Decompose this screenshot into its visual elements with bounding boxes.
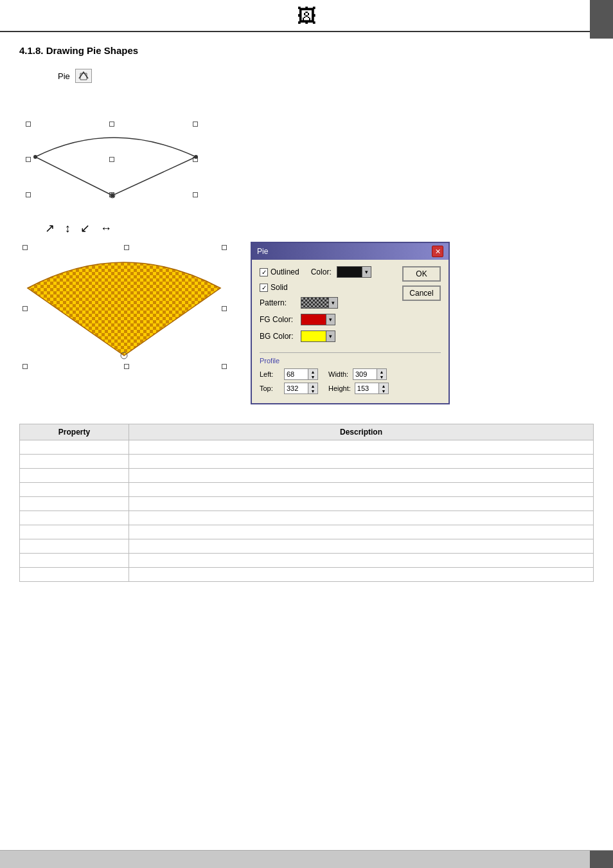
pie-tool-icon[interactable] xyxy=(75,69,92,83)
fg-color-dropdown-arrow[interactable]: ▾ xyxy=(326,314,335,325)
cell-property xyxy=(20,511,129,525)
arrow-nw-se: ↗ xyxy=(45,222,55,235)
svg-point-1 xyxy=(33,155,37,159)
cancel-button[interactable]: Cancel xyxy=(402,285,441,301)
color-label: Color: xyxy=(311,267,332,276)
color-dropdown-arrow[interactable]: ▾ xyxy=(362,266,371,278)
table-row xyxy=(20,497,594,511)
solid-checkbox-label[interactable]: ✓ Solid xyxy=(260,283,288,292)
table-row xyxy=(20,554,594,568)
table-row xyxy=(20,469,594,483)
cell-property xyxy=(20,483,129,497)
footer-right-decoration xyxy=(590,851,613,869)
table-row xyxy=(20,455,594,469)
color-picker[interactable]: ▾ xyxy=(337,266,371,278)
top-down[interactable]: ▼ xyxy=(308,388,317,393)
arrow-sw-ne: ↙ xyxy=(80,222,90,235)
header-right-decoration xyxy=(590,0,613,39)
bottom-area: Pie ✕ ✓ Outlined Color: xyxy=(19,242,594,404)
bg-color-row: BG Color: ▾ xyxy=(260,330,397,342)
cell-description xyxy=(129,554,594,568)
ok-button[interactable]: OK xyxy=(402,266,441,282)
pie-filled-svg xyxy=(24,249,230,368)
section-title: 4.1.8. Drawing Pie Shapes xyxy=(19,45,594,56)
cell-property xyxy=(20,440,129,455)
height-up[interactable]: ▲ xyxy=(379,383,388,388)
left-down[interactable]: ▼ xyxy=(308,374,317,379)
cell-description xyxy=(129,511,594,525)
outlined-checkbox[interactable]: ✓ xyxy=(260,268,268,276)
width-label: Width: xyxy=(328,370,349,378)
header-icon: 🖼 xyxy=(297,5,316,27)
solid-checkbox[interactable]: ✓ xyxy=(260,284,268,292)
col-header-description: Description xyxy=(129,424,594,440)
page-header: 🖼 xyxy=(0,0,613,32)
cell-property xyxy=(20,554,129,568)
main-content: 4.1.8. Drawing Pie Shapes Pie xyxy=(0,32,613,601)
top-input[interactable]: 332 xyxy=(284,383,308,394)
cell-description xyxy=(129,483,594,497)
top-canvas-area xyxy=(19,102,212,215)
dialog-close-button[interactable]: ✕ xyxy=(432,246,443,257)
top-label: Top: xyxy=(260,384,280,392)
height-spinner[interactable]: 153 ▲ ▼ xyxy=(355,383,389,394)
width-input[interactable]: 309 xyxy=(353,368,377,380)
height-input[interactable]: 153 xyxy=(355,383,379,394)
cell-property xyxy=(20,539,129,554)
pie-outline-svg xyxy=(29,125,209,208)
cell-property xyxy=(20,455,129,469)
width-spinner[interactable]: 309 ▲ ▼ xyxy=(353,368,387,380)
top-up[interactable]: ▲ xyxy=(308,383,317,388)
left-input[interactable]: 68 xyxy=(284,368,308,380)
bg-color-picker[interactable]: ▾ xyxy=(301,330,335,342)
width-spinner-arrows[interactable]: ▲ ▼ xyxy=(377,368,387,380)
cell-property xyxy=(20,568,129,582)
table-row xyxy=(20,511,594,525)
dialog-titlebar: Pie ✕ xyxy=(252,243,449,260)
col-header-property: Property xyxy=(20,424,129,440)
dialog-main-row: ✓ Outlined Color: ▾ ✓ xyxy=(260,266,441,347)
bottom-canvas-area xyxy=(19,242,238,390)
pattern-picker[interactable]: ▾ xyxy=(301,297,338,309)
bg-color-dropdown-arrow[interactable]: ▾ xyxy=(326,330,335,342)
pie-icon-row: Pie xyxy=(58,69,594,83)
bg-color-label: BG Color: xyxy=(260,332,296,341)
pattern-row: Pattern: ▾ xyxy=(260,297,397,309)
table-row xyxy=(20,440,594,455)
height-spinner-arrows[interactable]: ▲ ▼ xyxy=(379,383,389,394)
table-row xyxy=(20,539,594,554)
dialog-title: Pie xyxy=(257,247,268,256)
dialog-buttons: OK Cancel xyxy=(402,266,441,347)
width-up[interactable]: ▲ xyxy=(377,369,386,374)
outlined-checkbox-label[interactable]: ✓ Outlined xyxy=(260,267,299,276)
width-down[interactable]: ▼ xyxy=(377,374,386,379)
table-row xyxy=(20,525,594,539)
left-spinner-arrows[interactable]: ▲ ▼ xyxy=(308,368,318,380)
pattern-dropdown-arrow[interactable]: ▾ xyxy=(329,297,338,309)
cell-description xyxy=(129,539,594,554)
cell-description xyxy=(129,497,594,511)
dialog-left-col: ✓ Outlined Color: ▾ ✓ xyxy=(260,266,397,347)
top-spinner[interactable]: 332 ▲ ▼ xyxy=(284,383,318,394)
pie-dialog: Pie ✕ ✓ Outlined Color: xyxy=(251,242,450,404)
cell-description xyxy=(129,568,594,582)
cell-description xyxy=(129,440,594,455)
height-down[interactable]: ▼ xyxy=(379,388,388,393)
cell-property xyxy=(20,497,129,511)
cell-property xyxy=(20,469,129,483)
solid-row: ✓ Solid xyxy=(260,283,397,292)
fg-color-picker[interactable]: ▾ xyxy=(301,314,335,325)
left-label: Left: xyxy=(260,370,280,378)
left-spinner[interactable]: 68 ▲ ▼ xyxy=(284,368,318,380)
outlined-row: ✓ Outlined Color: ▾ xyxy=(260,266,397,278)
left-row: Left: 68 ▲ ▼ Width: 309 ▲ xyxy=(260,368,441,380)
fg-color-swatch xyxy=(301,314,326,325)
top-spinner-arrows[interactable]: ▲ ▼ xyxy=(308,383,318,394)
bg-color-swatch xyxy=(301,330,326,342)
profile-section: Profile Left: 68 ▲ ▼ Width: 309 xyxy=(260,352,441,394)
fg-color-label: FG Color: xyxy=(260,315,296,324)
arrow-lr: ↔ xyxy=(100,222,112,235)
left-up[interactable]: ▲ xyxy=(308,369,317,374)
solid-label: Solid xyxy=(271,283,288,292)
cell-description xyxy=(129,525,594,539)
